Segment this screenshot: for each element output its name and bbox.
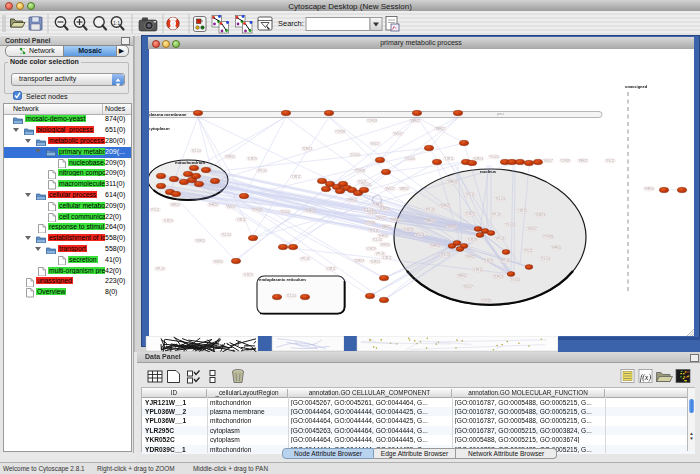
svg-text:YPL03: YPL03 [491,213,500,217]
svg-text:YML07: YML07 [376,216,386,220]
svg-text:cytoplasm: cytoplasm [149,126,170,131]
svg-text:YBR02: YBR02 [170,203,180,207]
svg-text:YJR12: YJR12 [473,268,482,272]
svg-text:YDR03: YDR03 [354,259,364,263]
svg-text:YKR05: YKR05 [213,260,223,264]
svg-text:YDR03: YDR03 [305,209,315,213]
svg-text:YBR02: YBR02 [578,159,588,163]
svg-text:YJR12: YJR12 [236,218,245,222]
svg-text:YKR05: YKR05 [225,155,235,159]
svg-text:YPL03: YPL03 [425,208,434,212]
svg-text:YKR05: YKR05 [447,225,457,229]
svg-text:YGL00: YGL00 [510,278,520,282]
svg-text:YLR29: YLR29 [247,157,257,161]
svg-text:YPL03: YPL03 [500,259,509,263]
svg-text:YKR05: YKR05 [380,243,390,247]
svg-text:YBR02: YBR02 [381,225,391,229]
svg-text:YHR00: YHR00 [430,244,440,248]
svg-text:YDL04: YDL04 [540,257,550,261]
svg-text:YPL03: YPL03 [300,257,309,261]
svg-text:YHR00: YHR00 [551,246,561,250]
svg-text:YDL04: YDL04 [221,233,231,237]
svg-text:YDR03: YDR03 [379,207,389,211]
svg-text:YGL00: YGL00 [350,153,360,157]
svg-text:YJR12: YJR12 [517,209,526,213]
svg-text:1:1: 1:1 [113,20,120,26]
svg-text:YNL11: YNL11 [151,208,160,212]
svg-text:YOR18: YOR18 [335,130,345,134]
svg-text:YPL03: YPL03 [257,169,266,173]
svg-text:YGL00: YGL00 [367,211,377,215]
svg-text:pm-r: pm-r [497,112,505,116]
svg-text:YML07: YML07 [370,142,380,146]
svg-text:YJR12: YJR12 [326,267,335,271]
svg-text:unassigned: unassigned [625,84,648,89]
svg-text:YDL04: YDL04 [495,197,505,201]
svg-text:endoplasmic reticulum: endoplasmic reticulum [259,277,306,282]
svg-text:YHR00: YHR00 [208,203,218,207]
svg-text:YLR29: YLR29 [467,238,477,242]
svg-text:YLR29: YLR29 [163,219,173,223]
svg-text:YGL00: YGL00 [361,183,371,187]
svg-text:YLR29: YLR29 [366,247,376,251]
svg-text:YOR18: YOR18 [543,235,553,239]
svg-text:YOR18: YOR18 [481,299,491,303]
svg-text:YNL11: YNL11 [370,229,379,233]
svg-text:YDL04: YDL04 [440,253,450,257]
svg-text:YLR29: YLR29 [465,212,475,216]
svg-text:YBR02: YBR02 [410,119,420,123]
svg-text:YML07: YML07 [393,132,403,136]
svg-text:YDL04: YDL04 [191,149,201,153]
svg-text:YGL00: YGL00 [505,223,515,227]
svg-text:plasma membrane: plasma membrane [149,112,187,117]
svg-text:YBR02: YBR02 [399,187,409,191]
svg-text:YNL11: YNL11 [466,193,475,197]
svg-text:YNL11: YNL11 [606,159,615,163]
svg-text:YKR05: YKR05 [390,218,400,222]
svg-text:YBR02: YBR02 [425,219,435,223]
svg-text:YOR18: YOR18 [367,119,377,123]
svg-text:YDR03: YDR03 [473,157,483,161]
svg-text:YDL04: YDL04 [286,294,296,298]
svg-text:YDR03: YDR03 [493,275,503,279]
svg-text:YJR12: YJR12 [444,157,453,161]
svg-text:YDR03: YDR03 [370,260,380,264]
svg-text:YML07: YML07 [226,205,236,209]
svg-text:YML07: YML07 [527,227,537,231]
svg-text:YPL03: YPL03 [155,267,164,271]
svg-text:YBR02: YBR02 [457,274,467,278]
svg-text:YBR02: YBR02 [435,127,445,131]
svg-text:YHR00: YHR00 [447,180,457,184]
svg-text:YML07: YML07 [463,285,473,289]
svg-text:YLR29: YLR29 [483,259,493,263]
svg-text:YOR18: YOR18 [252,208,262,212]
svg-text:YKR05: YKR05 [195,239,205,243]
svg-text:YDR03: YDR03 [535,213,545,217]
svg-text:YLR29: YLR29 [403,228,413,232]
svg-text:YKR05: YKR05 [440,204,450,208]
svg-text:YPL03: YPL03 [495,237,504,241]
svg-text:YGL00: YGL00 [489,155,499,159]
svg-text:YOR18: YOR18 [560,159,570,163]
svg-text:YDR03: YDR03 [302,147,312,151]
svg-text:YDL04: YDL04 [372,238,382,242]
svg-text:YML07: YML07 [385,187,395,191]
svg-text:YJR12: YJR12 [291,175,300,179]
svg-text:YOR18: YOR18 [365,221,375,225]
svg-text:YLR29: YLR29 [243,273,253,277]
svg-text:f(x): f(x) [640,373,651,382]
svg-text:YNL11: YNL11 [524,249,533,253]
svg-text:YJR12: YJR12 [382,256,391,260]
svg-text:YKR05: YKR05 [465,255,475,259]
svg-text:mitochondrion: mitochondrion [175,160,205,165]
svg-text:YHR00: YHR00 [347,198,357,202]
svg-text:YOR18: YOR18 [355,169,365,173]
svg-text:Search:: Search: [278,19,304,28]
svg-text:YGL00: YGL00 [405,157,415,161]
svg-text:nucleus: nucleus [480,169,497,174]
svg-text:YHR00: YHR00 [644,187,654,191]
svg-text:YGL00: YGL00 [280,210,290,214]
svg-text:YNL11: YNL11 [416,233,425,237]
svg-text:YML07: YML07 [543,159,553,163]
